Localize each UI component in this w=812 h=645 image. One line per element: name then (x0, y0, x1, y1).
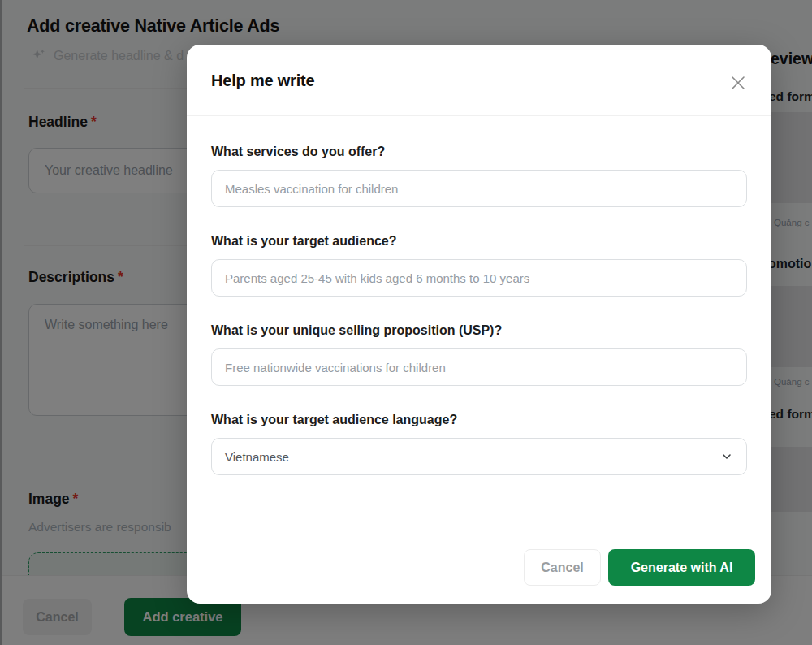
services-input[interactable] (211, 170, 747, 207)
chevron-down-icon (720, 450, 733, 463)
language-field-group: What is your target audience language? V… (211, 413, 747, 475)
services-label: What services do you offer? (211, 145, 747, 159)
target-audience-input[interactable] (211, 259, 747, 297)
generate-with-ai-button[interactable]: Generate with AI (608, 549, 755, 586)
modal-title: Help me write (211, 71, 314, 90)
usp-field-group: What is your unique selling proposition … (211, 323, 747, 386)
language-label: What is your target audience language? (211, 413, 747, 427)
modal-body: What services do you offer? What is your… (187, 116, 771, 522)
modal-footer: Cancel Generate with AI (187, 522, 771, 604)
close-button[interactable] (727, 71, 749, 94)
target-audience-field-group: What is your target audience? (211, 234, 747, 297)
modal-header: Help me write (187, 45, 771, 116)
language-select[interactable]: Vietnamese (211, 438, 747, 475)
modal-cancel-button[interactable]: Cancel (524, 549, 601, 586)
usp-label: What is your unique selling proposition … (211, 323, 747, 338)
language-select-value: Vietnamese (225, 450, 289, 464)
close-icon (728, 73, 748, 93)
target-audience-label: What is your target audience? (211, 234, 747, 249)
usp-input[interactable] (211, 348, 747, 386)
services-field-group: What services do you offer? (211, 145, 747, 207)
help-me-write-modal: Help me write What services do you offer… (187, 45, 771, 604)
